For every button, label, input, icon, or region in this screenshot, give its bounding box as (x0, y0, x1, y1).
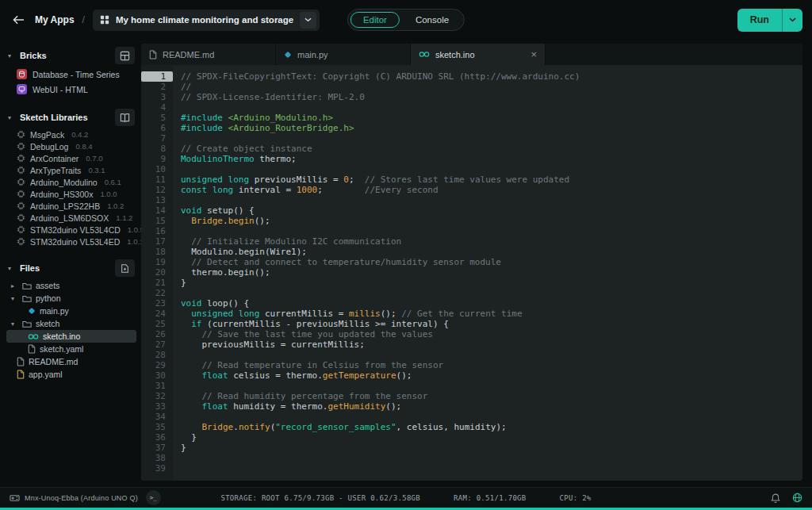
new-file-button[interactable] (115, 259, 135, 277)
library-name: ArxTypeTraits (30, 166, 81, 175)
my-apps-link[interactable]: My Apps (35, 14, 75, 25)
cpu-stat: CPU: 2% (560, 494, 592, 502)
code-line (181, 453, 802, 463)
library-name: MsgPack (30, 130, 64, 140)
library-item[interactable]: STM32duino VL53L4CD1.0.5 (6, 224, 136, 236)
breadcrumb-separator: / (82, 14, 85, 25)
line-number: 21 (141, 278, 173, 288)
code-line: // SPDX-License-Identifier: MPL-2.0 (181, 92, 802, 102)
file-tree-item[interactable]: sketch.yaml (6, 343, 136, 355)
file-label: sketch.yaml (40, 344, 83, 354)
tab-sketch-ino[interactable]: sketch.ino× (411, 44, 546, 65)
line-number: 22 (141, 288, 173, 298)
chevron-down-icon: ▾ (11, 295, 18, 302)
library-item[interactable]: ArxContainer0.7.0 (6, 152, 136, 164)
brick-item[interactable]: Database - Time Series (6, 67, 136, 82)
library-item[interactable]: MsgPack0.4.2 (6, 128, 136, 140)
line-number: 11 (141, 174, 173, 185)
line-number: 39 (141, 463, 173, 474)
code-line (181, 195, 802, 205)
line-number: 4 (141, 102, 173, 113)
bricks-section-title: Bricks (20, 51, 47, 60)
file-label: python (36, 293, 61, 303)
file-tree-item[interactable]: ▾sketch (6, 317, 136, 330)
file-tree-item[interactable]: ▸assets (6, 279, 136, 292)
line-number: 34 (141, 412, 173, 422)
globe-icon[interactable] (792, 493, 802, 503)
chevron-down-icon (304, 17, 312, 22)
app-title-chip[interactable]: My home climate monitoring and storage (93, 10, 320, 31)
close-icon[interactable]: × (530, 49, 537, 59)
file-tree-item[interactable]: sketch.ino (6, 330, 136, 343)
file-tree-item[interactable]: ▾python (6, 292, 136, 305)
code-line: } (181, 278, 802, 288)
library-item[interactable]: Arduino_LSM6DSOX1.1.2 (6, 212, 136, 224)
tab-main-py[interactable]: main.py (276, 44, 411, 65)
line-number: 10 (141, 164, 173, 174)
chevron-down-icon: ▾ (8, 114, 15, 121)
code-line (181, 164, 802, 174)
run-button[interactable]: Run (737, 9, 782, 32)
library-item[interactable]: STM32duino VL53L4ED1.0.1 (6, 236, 136, 247)
code-line: // SPDX-FileCopyrightText: Copyright (C)… (181, 71, 802, 82)
chip-icon (17, 142, 25, 151)
brick-item[interactable]: WebUI - HTML (6, 82, 136, 97)
code-line: // Read temperature in Celsius from the … (181, 360, 802, 370)
code-line: Bridge.notify("record_sensor_samples", c… (181, 422, 802, 432)
tab-console[interactable]: Console (403, 12, 462, 28)
code-line: float celsius = thermo.getTemperature(); (181, 370, 802, 381)
code-line: void setup() { (181, 205, 802, 216)
library-name: STM32duino VL53L4ED (30, 237, 120, 247)
library-name: DebugLog (30, 142, 68, 151)
run-options-button[interactable] (783, 9, 802, 32)
library-manager-button[interactable] (115, 109, 135, 126)
statusbar-actions (771, 493, 802, 504)
tab-readme-md[interactable]: README.md (141, 44, 276, 65)
device-terminal-button[interactable]: >_ (146, 490, 161, 505)
line-number: 8 (141, 144, 173, 154)
python-icon (284, 51, 292, 59)
code-line: // Read humidity percentage from the sen… (181, 391, 802, 401)
line-number: 17 (141, 236, 173, 247)
device-info[interactable]: Mnx-Unoq-Ebba (Arduino UNO Q) (10, 494, 138, 502)
book-icon (120, 113, 130, 123)
line-number: 28 (141, 350, 173, 360)
line-number: 33 (141, 401, 173, 412)
file-tree-item[interactable]: README.md (6, 355, 136, 368)
file-tree-item[interactable]: main.py (6, 305, 136, 317)
libraries-section: ▾ Sketch Libraries MsgPack0.4.2DebugLog0… (6, 106, 136, 247)
file-tree-item[interactable]: app.yaml (6, 368, 136, 381)
run-button-group: Run (737, 9, 802, 32)
webui-icon (17, 84, 27, 94)
library-item[interactable]: Arduino_HS300x1.0.0 (6, 188, 136, 200)
code-content[interactable]: // SPDX-FileCopyrightText: Copyright (C)… (173, 65, 802, 481)
code-editor[interactable]: 1234567891011121314151617181920212223242… (141, 65, 802, 481)
line-number: 13 (141, 195, 173, 205)
board-icon (10, 494, 20, 502)
library-item[interactable]: ArxTypeTraits0.3.1 (6, 164, 136, 176)
library-name: STM32duino VL53L4CD (30, 225, 121, 235)
folder-icon (22, 320, 32, 328)
back-button[interactable] (10, 11, 27, 29)
library-item[interactable]: DebugLog0.8.4 (6, 140, 136, 152)
libraries-section-title: Sketch Libraries (20, 113, 88, 122)
line-number: 6 (141, 123, 173, 133)
line-number: 23 (141, 298, 173, 309)
file-icon (149, 50, 157, 59)
device-name: Mnx-Unoq-Ebba (Arduino UNO Q) (25, 494, 138, 502)
chip-icon (17, 190, 25, 198)
library-item[interactable]: Arduino_LPS22HB1.0.2 (6, 200, 136, 212)
library-item[interactable]: Arduino_Modulino0.6.1 (6, 176, 136, 188)
code-line: const long interval = 1000; //Every seco… (181, 185, 802, 195)
code-line: float humidity = thermo.getHumidity(); (181, 401, 802, 412)
system-stats: STORAGE: ROOT 6.75/9.73GB - USER 0.62/3.… (220, 494, 591, 502)
chevron-down-icon: ▾ (8, 265, 15, 272)
library-name: Arduino_HS300x (30, 190, 93, 199)
code-line: unsigned long currentMillis = millis(); … (181, 309, 802, 319)
line-number: 14 (141, 205, 173, 216)
bell-icon[interactable] (771, 493, 780, 504)
tab-editor[interactable]: Editor (350, 12, 400, 28)
app-menu-button[interactable] (300, 12, 316, 29)
file-label: assets (36, 281, 59, 290)
bricks-panel-button[interactable] (115, 47, 135, 64)
